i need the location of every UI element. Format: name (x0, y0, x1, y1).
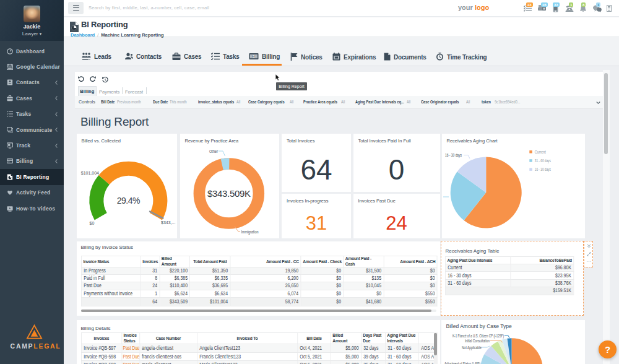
svg-text:K-1 Fiancé of a U.S. Citizen C: K-1 Fiancé of a U.S. Citizen CP (I-129F) (452, 333, 504, 338)
svg-text:Current: Current (534, 150, 545, 154)
svg-text:$343.509K: $343.509K (207, 188, 250, 199)
svg-text:29.4%: 29.4% (116, 196, 139, 206)
svg-text:Initial Consultation: Initial Consultation (465, 338, 490, 342)
svg-text:$343,...: $343,... (161, 220, 175, 225)
svg-text:Not Applicable: Not Applicable (462, 345, 482, 350)
svg-text:31 - 60 days: 31 - 60 days (534, 158, 550, 163)
svg-text:Adjustment of Status (I-485): Adjustment of Status (I-485) (444, 361, 480, 364)
svg-text:16 - 30 days: 16 - 30 days (445, 153, 462, 158)
svg-text:$: $ (253, 54, 255, 58)
svg-text:16 - 30 days: 16 - 30 days (534, 167, 550, 172)
svg-text:Other: Other (209, 149, 219, 154)
svg-text:$0: $0 (89, 221, 94, 225)
svg-text:$101,004: $101,004 (80, 171, 98, 175)
svg-text:Immigration: Immigration (241, 230, 258, 235)
